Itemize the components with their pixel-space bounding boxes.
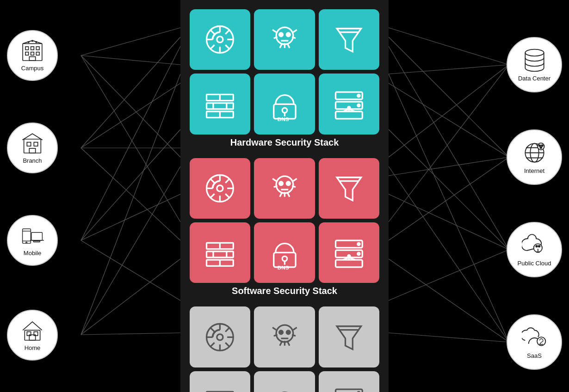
svg-point-85 (276, 27, 293, 44)
svg-point-156 (279, 331, 283, 334)
svg-point-122 (286, 182, 290, 185)
hw-tile-2 (254, 9, 315, 70)
svg-rect-48 (29, 148, 35, 153)
svg-rect-138 (335, 260, 362, 267)
datacenter-node: Data Center (507, 37, 562, 92)
sase-tile-1 (190, 306, 250, 367)
svg-text:DNS: DNS (277, 116, 289, 122)
svg-line-28 (389, 74, 509, 342)
svg-point-144 (348, 255, 350, 257)
svg-rect-46 (27, 142, 31, 146)
sw-tile-3 (319, 158, 379, 219)
svg-point-52 (26, 242, 27, 243)
saas-label: SaaS (527, 352, 542, 359)
hw-tile-3 (319, 9, 379, 70)
svg-line-81 (210, 30, 215, 34)
svg-line-116 (210, 178, 215, 183)
svg-line-83 (225, 30, 229, 34)
svg-line-7 (81, 148, 180, 240)
svg-point-87 (286, 33, 290, 37)
campus-label: Campus (21, 65, 43, 72)
svg-point-66 (538, 145, 540, 147)
svg-rect-33 (25, 47, 29, 50)
svg-line-117 (225, 194, 229, 198)
svg-rect-54 (33, 241, 40, 242)
publiccloud-label: Public Cloud (518, 260, 551, 267)
sw-tile-1 (190, 158, 250, 219)
svg-point-104 (358, 94, 360, 97)
hw-tile-6 (319, 74, 379, 134)
svg-line-84 (210, 45, 215, 49)
mobile-label: Mobile (24, 250, 41, 257)
svg-line-152 (225, 343, 229, 347)
sw-tile-5: DNS (254, 222, 315, 283)
svg-line-151 (210, 327, 215, 331)
svg-point-133 (282, 257, 287, 262)
svg-line-17 (389, 65, 509, 74)
datacenter-label: Data Center (518, 75, 550, 82)
home-label: Home (25, 344, 41, 351)
svg-line-29 (389, 166, 509, 342)
svg-line-3 (81, 55, 180, 222)
svg-point-98 (282, 108, 287, 113)
svg-rect-91 (207, 103, 234, 109)
svg-point-111 (217, 185, 223, 191)
svg-line-0 (81, 28, 180, 55)
svg-line-16 (389, 28, 509, 65)
svg-line-23 (389, 157, 509, 240)
svg-point-44 (36, 41, 37, 43)
svg-point-121 (279, 182, 283, 185)
svg-line-119 (210, 194, 215, 198)
hw-tile-1 (190, 9, 250, 70)
svg-rect-45 (24, 139, 41, 153)
sase-tile-6 (319, 371, 379, 392)
svg-rect-35 (36, 47, 39, 50)
svg-line-2 (81, 55, 180, 157)
sase-icon-grid: DNS (190, 306, 379, 392)
svg-rect-34 (31, 47, 34, 50)
hardware-stack-label: Hardware Security Stack (190, 135, 379, 149)
svg-line-8 (81, 46, 180, 240)
svg-line-30 (389, 259, 509, 342)
security-panel: DNS Hardware Security Stack (180, 0, 389, 392)
sw-tile-2 (254, 158, 315, 219)
campus-node: Campus (7, 30, 58, 81)
svg-rect-103 (335, 111, 362, 119)
svg-point-86 (279, 33, 283, 37)
sw-tile-4 (190, 222, 250, 283)
internet-node: Internet (507, 129, 562, 185)
svg-point-109 (348, 106, 350, 109)
svg-line-21 (389, 83, 509, 157)
svg-line-82 (225, 45, 229, 49)
svg-line-118 (225, 178, 229, 183)
svg-point-59 (525, 49, 544, 56)
svg-line-153 (225, 327, 229, 331)
hw-tile-5: DNS (254, 74, 315, 134)
sase-stack: DNS SASE Security Stack (185, 302, 384, 392)
svg-text:DNS: DNS (277, 264, 289, 271)
svg-point-105 (358, 104, 360, 106)
svg-point-70 (536, 245, 538, 247)
svg-point-139 (358, 243, 360, 245)
sase-tile-5: DNS (254, 371, 315, 392)
saas-node: SaaS (507, 314, 562, 370)
mobile-node: Mobile (7, 215, 58, 266)
svg-point-76 (217, 37, 223, 43)
hw-tile-4 (190, 74, 250, 134)
svg-line-10 (81, 194, 180, 240)
svg-line-15 (81, 333, 180, 335)
internet-label: Internet (524, 167, 544, 174)
svg-line-12 (81, 74, 180, 335)
svg-rect-36 (25, 52, 29, 55)
svg-rect-126 (207, 251, 234, 257)
sase-tile-2 (254, 306, 315, 367)
svg-point-140 (358, 253, 360, 255)
branch-node: Branch (7, 122, 58, 173)
svg-line-13 (81, 166, 180, 335)
svg-line-9 (81, 129, 180, 240)
svg-point-43 (32, 40, 33, 42)
sase-tile-4 (190, 371, 250, 392)
svg-rect-38 (36, 52, 39, 55)
software-stack-label: Software Security Stack (190, 283, 379, 297)
svg-rect-47 (34, 142, 37, 146)
